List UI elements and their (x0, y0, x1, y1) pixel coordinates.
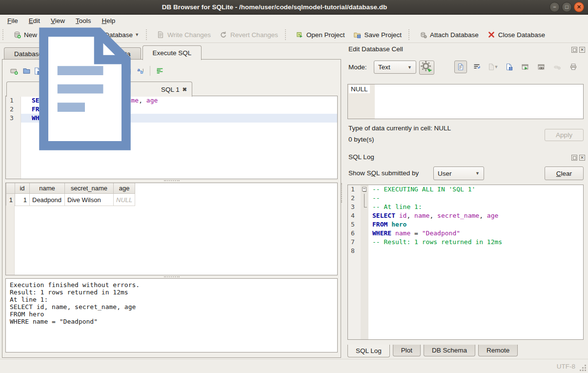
sql-document-tab[interactable]: SQL 1 ✖ (6, 82, 192, 97)
text-document-button[interactable] (454, 61, 467, 73)
open-project-button[interactable]: Open Project (291, 29, 349, 40)
cell-id[interactable]: 1 (15, 194, 30, 206)
chevron-down-icon: ▼ (475, 171, 480, 176)
log-code-line: -- EXECUTING ALL IN 'SQL 1' (368, 185, 583, 194)
print-button[interactable] (567, 61, 580, 73)
clear-log-button[interactable]: Clear (545, 166, 584, 180)
revert-changes-button: Revert Changes (215, 29, 283, 40)
close-button[interactable]: ✕ (574, 2, 584, 12)
column-header-id[interactable]: id (15, 183, 30, 194)
cell-age[interactable]: NULL (114, 194, 135, 206)
sql-log-view[interactable]: 12345678 -- EXECUTING ALL IN 'SQL 1'----… (347, 185, 584, 340)
save-project-button[interactable]: Save Project (349, 29, 406, 40)
left-pane: Database StructureBrowse DataExecute SQL… (0, 43, 344, 359)
save-project-icon (353, 31, 361, 39)
line-number: 2 (348, 194, 361, 203)
tab-execute-sql[interactable]: Execute SQL (142, 45, 202, 60)
close-panel-icon[interactable]: ✕ (579, 155, 585, 161)
auto-apply-gear-button[interactable] (419, 61, 434, 75)
row-number-cell: 1 (6, 194, 15, 206)
table-row: 11DeadpondDive WilsonNULL (6, 194, 135, 206)
encoding-indicator[interactable]: UTF-8 (557, 363, 575, 370)
word-wrap-button[interactable] (470, 61, 483, 73)
edit-cell-panel-title: Edit Database Cell (348, 45, 403, 53)
splitter-handle[interactable] (164, 276, 180, 277)
column-header-secret-name[interactable]: secret_name (65, 183, 114, 194)
log-code-line (368, 247, 583, 255)
fold-marker-icon[interactable] (361, 203, 368, 211)
sql-token: name (414, 212, 429, 219)
mode-label: Mode: (348, 61, 367, 74)
cell-secret-name[interactable]: Dive Wilson (65, 194, 114, 206)
log-code-line: SELECT id, name, secret_name, age (368, 211, 583, 220)
revert-changes-icon (220, 31, 227, 39)
maximize-button[interactable]: □ (562, 2, 572, 12)
log-code-line: -- At line 1: (368, 203, 583, 211)
copy-link-icon (537, 63, 545, 71)
log-code-line: WHERE name = "Deadpond" (368, 229, 583, 238)
line-number: 1 (348, 185, 361, 194)
revert-changes-label: Revert Changes (230, 31, 278, 39)
fold-marker-icon[interactable] (361, 185, 368, 194)
close-database-button[interactable]: Close Database (483, 29, 549, 40)
line-number: 4 (348, 211, 361, 220)
minimize-button[interactable]: − (549, 2, 560, 12)
fold-margin-cell (361, 229, 368, 238)
sql-token: "Deadpond" (422, 229, 460, 237)
cell-size-text: 0 byte(s) (348, 136, 374, 143)
chevron-down-icon: ▼ (494, 64, 499, 69)
sql-log-fold-margin[interactable] (361, 185, 368, 339)
apply-button[interactable]: Apply (545, 129, 584, 141)
log-filter-select[interactable]: User ▼ (433, 166, 484, 180)
edit-cell-dock-buttons: ✕ (571, 47, 585, 53)
column-header-name[interactable]: name (30, 183, 65, 194)
line-number: 5 (348, 220, 361, 229)
write-changes-label: Write Changes (167, 31, 211, 39)
sql-log-dock-buttons: ✕ (571, 155, 585, 161)
cell-type-text: Type of data currently in cell: NULL (348, 124, 451, 132)
dock-tab-remote[interactable]: Remote (478, 345, 518, 356)
sql-token: = (410, 229, 422, 237)
sql-log-panel-title: SQL Log (348, 153, 374, 161)
cell-name[interactable]: Deadpond (30, 194, 65, 206)
toolbar-separator (285, 29, 288, 40)
fold-margin-cell (361, 247, 368, 255)
splitter-handle[interactable] (164, 180, 180, 181)
text-document-icon (457, 63, 465, 71)
mode-select[interactable]: Text ▼ (374, 61, 416, 74)
sql-tab-label: SQL 1 (161, 86, 180, 93)
fold-margin-cell (361, 220, 368, 229)
sql-token: -- Result: 1 rows returned in 12ms (372, 238, 502, 246)
dock-tab-plot[interactable]: Plot (393, 345, 421, 356)
attach-database-button[interactable]: Attach Database (415, 29, 483, 40)
window-controls: −□✕ (549, 2, 584, 12)
copy-link-button[interactable] (535, 61, 547, 73)
float-panel-icon[interactable] (571, 155, 577, 161)
save-export-icon (505, 63, 513, 71)
execution-message-box: Execution finished without errors. Resul… (5, 278, 338, 352)
open-external-icon (521, 63, 529, 71)
resize-grip-icon[interactable] (585, 370, 586, 371)
open-project-label: Open Project (306, 31, 345, 39)
fold-marker-icon[interactable] (361, 194, 368, 203)
sql-token: id (399, 212, 407, 219)
line-number: 8 (348, 247, 361, 255)
window-title: DB Browser for SQLite - /home/user/code/… (0, 0, 549, 15)
close-tab-icon[interactable]: ✖ (182, 86, 187, 93)
dock-tab-sql-log[interactable]: SQL Log (347, 345, 390, 357)
dock-tab-db-schema[interactable]: DB Schema (424, 345, 475, 356)
save-export-button[interactable] (503, 61, 515, 73)
close-panel-icon[interactable]: ✕ (579, 47, 585, 53)
word-wrap-icon (473, 63, 481, 71)
right-pane: Edit Database Cell ✕ Mode: Text ▼ ▼ NULL… (344, 43, 588, 359)
sql-token: hero (391, 221, 406, 228)
open-external-button[interactable] (519, 61, 531, 73)
table-header-row: idnamesecret_nameage (6, 183, 135, 194)
column-header-age[interactable]: age (114, 183, 135, 194)
sql-token: -- At line 1: (372, 203, 422, 210)
float-panel-icon[interactable] (571, 47, 577, 53)
cell-editor[interactable]: NULL (347, 84, 584, 119)
sql-doc-icon (12, 16, 158, 164)
log-code-line: FROM hero (368, 220, 583, 229)
log-filter-label: Show SQL submitted by (348, 166, 419, 180)
